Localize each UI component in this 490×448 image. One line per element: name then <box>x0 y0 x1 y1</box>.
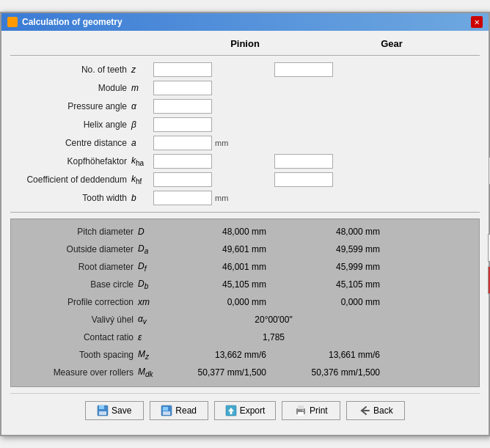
helix-angle-input[interactable]: 00°00'00" <box>153 117 212 132</box>
mid-divider <box>10 212 480 213</box>
deddendum-gear-input[interactable]: 1,250 <box>274 172 333 187</box>
no-of-teeth-gear-col: 60 <box>274 62 388 77</box>
kopfhoehefaktor-symbol: kha <box>131 155 153 167</box>
kopfhoehefaktor-gear-input[interactable]: 1,000 <box>274 154 333 169</box>
deddendum-pinion-col: 1,250 <box>153 172 267 187</box>
print-label: Print <box>310 405 328 416</box>
helix-angle-row: Helix angle β 00°00'00" <box>10 117 480 133</box>
centre-distance-symbol: a <box>131 138 153 148</box>
profile-correction-row: Profile correction xm 0,000 mm 0,000 mm <box>17 294 473 310</box>
back-label: Back <box>373 405 393 416</box>
contact-ratio-label: Contact ratio <box>17 332 138 342</box>
tooth-width-symbol: b <box>131 193 153 203</box>
base-circle-gear-value: 45,105 mm <box>274 279 387 290</box>
title-bar-left: Calculation of geometry <box>7 17 122 27</box>
back-icon <box>359 405 370 416</box>
root-diameter-symbol: Df <box>138 261 160 273</box>
root-diameter-label: Root diameter <box>17 262 138 272</box>
svg-rect-24 <box>163 407 168 411</box>
contact-ratio-row: Contact ratio ε 1,785 <box>17 329 473 345</box>
measure-over-rollers-row: Measure over rollers Mdk 50,377 mm/1,500… <box>17 364 473 381</box>
gear-header: Gear <box>318 38 465 49</box>
pitch-diameter-symbol: D <box>138 227 160 237</box>
kopfhoehefaktor-gear-col: 1,000 <box>274 154 388 169</box>
content-area: Pinion Gear No. of teeth z 60 60 Module … <box>1 31 489 435</box>
root-diameter-row: Root diameter Df 46,001 mm 45,999 mm <box>17 259 473 275</box>
pinion-header: Pinion <box>172 38 318 49</box>
pitch-diameter-pinion-value: 48,000 mm <box>160 227 274 237</box>
tooth-width-input-col: 25,000 mm <box>153 191 267 205</box>
pressure-angle-label: Pressure angle <box>10 101 131 111</box>
read-button[interactable]: Read <box>150 401 208 420</box>
pitch-diameter-gear-value: 48,000 mm <box>274 227 387 237</box>
kopfhoehefaktor-sub: ha <box>136 159 144 167</box>
pressure-angle-symbol: α <box>131 101 153 111</box>
tooth-spacing-gear-value: 13,661 mm/6 <box>274 350 387 360</box>
save-button[interactable]: Save <box>85 401 144 420</box>
valivý-uhel-symbol: αv <box>138 314 160 326</box>
base-circle-pinion-value: 45,105 mm <box>160 279 274 290</box>
deddendum-symbol: khf <box>131 174 153 186</box>
close-button[interactable]: ✕ <box>471 16 483 28</box>
outside-diameter-pinion-value: 49,601 mm <box>160 244 274 254</box>
valivý-uhel-row: Valivý úhel αv 20°00'00" <box>17 312 473 328</box>
app-icon <box>7 17 18 27</box>
module-input[interactable]: 0,800 <box>153 81 212 95</box>
results-section: Pitch diameter D 48,000 mm 48,000 mm Out… <box>10 219 480 387</box>
deddendum-gear-col: 1,250 <box>274 172 388 187</box>
outside-diameter-gear-value: 49,599 mm <box>274 244 387 254</box>
title-bar: Calculation of geometry ✕ <box>1 13 489 31</box>
measure-over-rollers-gear-value: 50,376 mm/1,500 <box>274 367 387 378</box>
contact-ratio-symbol: ε <box>138 332 160 342</box>
export-label: Export <box>240 405 266 416</box>
print-button[interactable]: Print <box>282 401 340 420</box>
bottom-bar: Save Read Export <box>10 393 480 427</box>
module-symbol: m <box>131 83 153 93</box>
read-icon <box>161 405 172 416</box>
kopfhoehefaktor-row: Kopfhöhefaktor kha 1,000 1,000 <box>10 153 480 169</box>
svg-rect-22 <box>99 411 106 415</box>
contact-ratio-value: 1,785 <box>160 332 387 342</box>
measure-over-rollers-symbol: Mdk <box>138 367 160 378</box>
deddendum-row: Coefficient of deddendum khf 1,250 1,250 <box>10 172 480 188</box>
outside-diameter-row: Outside diameter Da 49,601 mm 49,599 mm <box>17 241 473 257</box>
profile-correction-pinion-value: 0,000 mm <box>160 297 274 307</box>
pitch-diameter-row: Pitch diameter D 48,000 mm 48,000 mm <box>17 224 473 240</box>
root-diameter-gear-value: 45,999 mm <box>274 262 387 272</box>
svg-rect-30 <box>298 412 304 416</box>
profile-correction-symbol: xm <box>138 297 160 307</box>
module-row: Module m 0,800 <box>10 80 480 96</box>
pressure-angle-row: Pressure angle α 20°00'00" <box>10 98 480 114</box>
profile-correction-gear-value: 0,000 mm <box>274 297 387 307</box>
module-label: Module <box>10 83 131 93</box>
no-of-teeth-pinion-col: 60 <box>153 62 267 77</box>
svg-rect-21 <box>99 405 104 409</box>
outside-diameter-symbol: Da <box>138 243 160 255</box>
pressure-angle-input[interactable]: 20°00'00" <box>153 99 212 114</box>
measure-over-rollers-pinion-value: 50,377 mm/1,500 <box>160 367 274 378</box>
measure-over-rollers-label: Measure over rollers <box>17 367 138 378</box>
outside-diameter-label: Outside diameter <box>17 244 138 254</box>
no-of-teeth-pinion-input[interactable]: 60 <box>153 62 212 77</box>
input-section: No. of teeth z 60 60 Module m 0,800 Pres <box>10 62 480 206</box>
print-icon <box>295 405 307 416</box>
module-input-col: 0,800 <box>153 81 267 95</box>
kopfhoehefaktor-pinion-input[interactable]: 1,000 <box>153 154 212 169</box>
tooth-width-input[interactable]: 25,000 <box>153 191 212 205</box>
tooth-width-row: Tooth width b 25,000 mm <box>10 190 480 206</box>
tooth-width-label: Tooth width <box>10 193 131 203</box>
no-of-teeth-row: No. of teeth z 60 60 <box>10 62 480 78</box>
centre-distance-label: Centre distance <box>10 138 131 148</box>
centre-distance-unit: mm <box>215 139 228 147</box>
helix-angle-input-col: 00°00'00" <box>153 117 267 132</box>
base-circle-label: Base circle <box>17 279 138 290</box>
profile-correction-label: Profile correction <box>17 297 138 307</box>
deddendum-pinion-input[interactable]: 1,250 <box>153 172 212 187</box>
centre-distance-input[interactable]: 48,000 <box>153 136 212 150</box>
valivý-uhel-label: Valivý úhel <box>17 315 138 325</box>
export-button[interactable]: Export <box>214 401 277 420</box>
no-of-teeth-gear-input[interactable]: 60 <box>274 62 333 77</box>
no-of-teeth-label: No. of teeth <box>10 65 131 75</box>
tooth-spacing-row: Tooth spacing Mz 13,662 mm/6 13,661 mm/6 <box>17 347 473 363</box>
back-button[interactable]: Back <box>346 401 405 420</box>
